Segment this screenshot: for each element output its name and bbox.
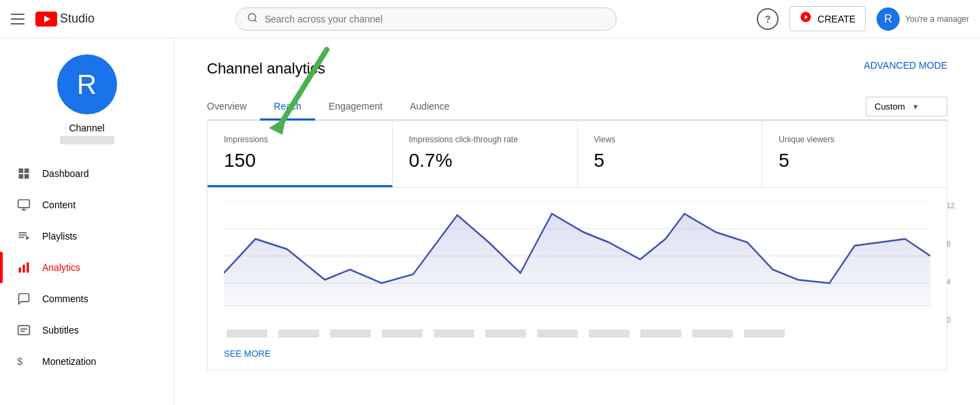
youtube-icon	[35, 12, 57, 27]
create-label: CREATE	[817, 14, 855, 25]
metric-card-ctr[interactable]: Impressions click-through rate 0.7%	[393, 121, 578, 187]
nav-items: Dashboard Content Playlists Analytics Co…	[0, 158, 174, 377]
sidebar-item-content[interactable]: Content	[0, 189, 174, 221]
user-section: R You're a manager	[877, 7, 969, 31]
page-title: Channel analytics	[207, 60, 325, 78]
tab-overview[interactable]: Overview	[207, 94, 260, 120]
analytics-icon	[16, 260, 31, 275]
sidebar: R Channel Dashboard Content Playlists	[0, 38, 174, 405]
date-filter-value: Custom	[875, 101, 905, 112]
chart-container: 12 8 4 0 SEE MORE	[207, 188, 947, 370]
subtitles-label: Subtitles	[42, 325, 79, 336]
svg-rect-18	[18, 325, 30, 334]
user-role: You're a manager	[905, 14, 969, 24]
tab-audience[interactable]: Audience	[396, 94, 463, 120]
search-input-wrapper[interactable]	[235, 7, 617, 31]
svg-rect-5	[24, 169, 29, 174]
impressions-value: 150	[224, 150, 376, 172]
search-icon	[247, 12, 258, 26]
sidebar-item-dashboard[interactable]: Dashboard	[0, 158, 174, 189]
search-bar	[95, 7, 757, 31]
metric-card-views[interactable]: Views 5	[578, 121, 763, 187]
dashboard-icon	[16, 166, 31, 181]
metric-card-unique-viewers[interactable]: Unique viewers 5	[762, 121, 947, 187]
help-button[interactable]: ?	[757, 8, 779, 30]
unique-viewers-label: Unique viewers	[779, 135, 930, 144]
subtitles-icon	[16, 323, 31, 338]
sidebar-item-monetization[interactable]: $ Monetization	[0, 346, 174, 377]
tab-reach[interactable]: Reach	[260, 94, 314, 120]
svg-rect-17	[27, 263, 29, 273]
analytics-label: Analytics	[42, 262, 80, 273]
date-filter-dropdown[interactable]: Custom ▾	[866, 97, 947, 116]
views-label: Views	[594, 135, 746, 144]
playlists-icon	[16, 229, 31, 244]
create-button[interactable]: CREATE	[789, 6, 866, 31]
svg-point-2	[248, 14, 256, 21]
comments-label: Comments	[42, 293, 88, 304]
svg-rect-4	[19, 169, 24, 174]
svg-rect-12	[19, 235, 27, 236]
user-avatar[interactable]: R	[877, 7, 900, 31]
tabs-row: Overview Reach Engagement Audience Custo…	[207, 94, 947, 120]
ctr-value: 0.7%	[409, 150, 561, 172]
topbar: Studio ? CREATE R You're a manage	[0, 0, 980, 38]
monetization-label: Monetization	[42, 356, 96, 367]
topbar-left: Studio	[11, 12, 95, 27]
sidebar-item-subtitles[interactable]: Subtitles	[0, 314, 174, 346]
svg-rect-11	[19, 232, 27, 233]
svg-rect-6	[19, 174, 24, 179]
svg-rect-15	[19, 268, 21, 273]
logo-text: Studio	[60, 12, 95, 26]
views-value: 5	[594, 150, 746, 172]
monetization-icon: $	[16, 354, 31, 369]
advanced-mode-link[interactable]: ADVANCED MODE	[864, 60, 947, 71]
channel-sub-info	[60, 136, 114, 144]
topbar-right: ? CREATE R You're a manager	[757, 6, 969, 31]
sidebar-item-comments[interactable]: Comments	[0, 283, 174, 314]
content-label: Content	[42, 199, 76, 210]
svg-rect-7	[24, 174, 29, 179]
svg-rect-16	[22, 265, 24, 273]
sidebar-item-analytics[interactable]: Analytics	[0, 252, 174, 283]
svg-marker-14	[26, 236, 29, 240]
unique-viewers-value: 5	[779, 150, 930, 172]
svg-rect-8	[18, 200, 30, 208]
metrics-row: Impressions 150 Impressions click-throug…	[207, 120, 947, 188]
create-icon	[800, 11, 812, 27]
metric-card-impressions[interactable]: Impressions 150	[208, 121, 393, 187]
content-icon	[16, 197, 31, 212]
y-axis-labels: 12 8 4 0	[947, 201, 955, 324]
chevron-down-icon: ▾	[913, 101, 918, 112]
main-content: Channel analytics ADVANCED MODE Overview…	[174, 38, 980, 405]
sidebar-item-playlists[interactable]: Playlists	[0, 221, 174, 252]
chart-svg	[224, 201, 930, 310]
x-axis-labels	[224, 329, 930, 338]
svg-marker-23	[269, 118, 286, 135]
svg-rect-13	[19, 237, 24, 238]
chart-area: 12 8 4 0	[224, 201, 930, 324]
logo[interactable]: Studio	[35, 12, 95, 27]
dashboard-label: Dashboard	[42, 168, 89, 179]
tabs: Overview Reach Engagement Audience	[207, 94, 463, 119]
channel-name: Channel	[69, 123, 104, 133]
see-more-link[interactable]: SEE MORE	[224, 338, 271, 370]
svg-text:$: $	[17, 355, 23, 367]
tab-engagement[interactable]: Engagement	[315, 94, 396, 120]
search-input[interactable]	[265, 14, 605, 25]
page-header: Channel analytics ADVANCED MODE	[207, 60, 947, 78]
impressions-label: Impressions	[224, 135, 376, 144]
hamburger-menu[interactable]	[11, 14, 24, 25]
ctr-label: Impressions click-through rate	[409, 135, 561, 144]
comments-icon	[16, 291, 31, 306]
svg-line-3	[255, 20, 257, 22]
channel-avatar: R	[57, 54, 117, 114]
playlists-label: Playlists	[42, 231, 77, 242]
